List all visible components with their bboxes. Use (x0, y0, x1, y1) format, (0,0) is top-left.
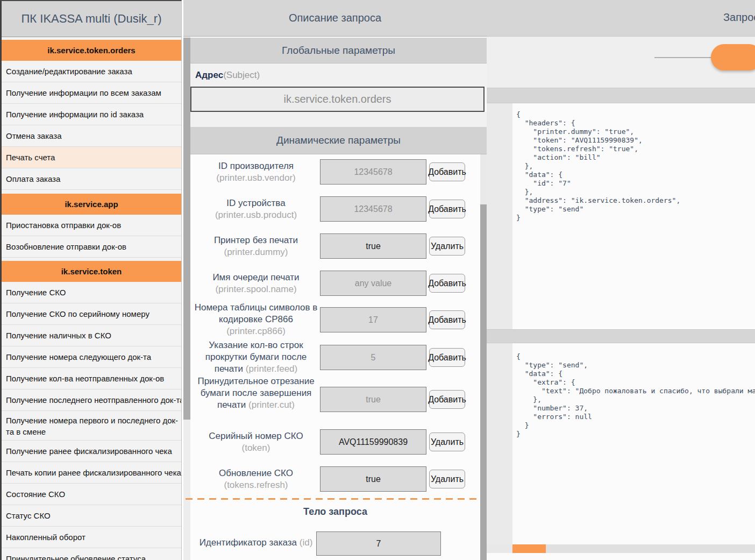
global-params-header: Глобальные параметры (190, 38, 487, 63)
sidebar-item-last-unsent-doc[interactable]: Получение последнего неотправленного док… (2, 389, 181, 411)
sidebar-spacer (2, 190, 181, 194)
sidebar-item-create-edit-order[interactable]: Создание/редактирование заказа (2, 61, 181, 82)
sidebar-item-get-cash-in-sko[interactable]: Получение наличных в СКО (2, 325, 181, 346)
middle-right-scrollbar-track[interactable] (480, 154, 487, 560)
param-label-printer-usb-vendor: ID производителя (printer.usb.vendor) (194, 160, 318, 184)
address-sublabel: (Subject) (223, 70, 260, 81)
param-label-printer-cp866: Номера таблицы символов в кодировке CP86… (194, 302, 318, 337)
address-label: Адрес (195, 70, 223, 81)
param-add-button-printer-usb-vendor[interactable]: Добавить (429, 162, 465, 181)
sidebar-item-resume-sending[interactable]: Возобновление отправки док-ов (2, 236, 181, 258)
sidebar-title: ПК IKASSA multi (Dusik_r) (2, 1, 181, 37)
sidebar-item-sko-state[interactable]: Состояние СКО (2, 484, 181, 505)
request-body-header: Тело запроса (190, 506, 480, 518)
section-dashed-divider (186, 498, 482, 500)
param-input-tokens-refresh[interactable]: true (320, 466, 426, 492)
param-input-printer-feed[interactable]: 5 (320, 345, 426, 370)
right-hscroll-track[interactable] (512, 544, 755, 553)
param-delete-button-token[interactable]: Удалить (429, 433, 465, 451)
response-json-block: { "type": "send", "data": { "extra": { "… (487, 343, 755, 544)
request-json-block: { "headers": { "printer.dummy": "true", … (487, 103, 755, 329)
param-input-order-id[interactable]: 7 (316, 531, 441, 556)
sidebar-section-header-token-orders: ik.service.token.orders (2, 40, 181, 61)
param-add-button-printer-cut[interactable]: Добавить (429, 390, 465, 409)
request-toolbar (487, 37, 755, 88)
request-panel-title: Запрос (723, 11, 755, 24)
request-panel-header: Запрос (487, 0, 755, 37)
sidebar-section-header-app: ik.service.app (2, 194, 181, 215)
sidebar-item-accumulated-turnover[interactable]: Накопленный оборот (2, 527, 181, 548)
app-window: ПК IKASSA multi (Dusik_r) ik.service.tok… (0, 0, 755, 560)
slider-line (654, 57, 712, 58)
request-json-code: { "headers": { "printer.dummy": "true", … (516, 110, 680, 222)
param-label-printer-dummy: Принтер без печати (printer.dummy) (194, 235, 318, 258)
middle-left-scrollbar-thumb[interactable] (183, 38, 190, 420)
sidebar-item-order-info-by-id[interactable]: Получение информации по id заказа (2, 104, 181, 125)
param-label-tokens-refresh: Обновление СКО (tokens.refresh) (194, 467, 318, 491)
sidebar-item-unsent-docs-count[interactable]: Получение кол-ва неотправленных док-ов (2, 368, 181, 389)
request-description-panel: Описание запроса Глобальные параметры Ад… (183, 0, 487, 560)
param-add-button-printer-cp866[interactable]: Добавить (429, 310, 465, 329)
param-add-button-printer-usb-product[interactable]: Добавить (429, 200, 465, 218)
param-label-printer-usb-product: ID устройства (printer.usb.product) (194, 197, 318, 221)
param-add-button-printer-feed[interactable]: Добавить (429, 348, 465, 367)
request-panel: Запрос { "headers": { "printer.dummy": "… (487, 0, 755, 560)
sidebar-item-pay-order[interactable]: Оплата заказа (2, 168, 181, 190)
request-description-title: Описание запроса (183, 0, 487, 37)
response-section-bar (487, 329, 755, 343)
sidebar-item-cancel-order[interactable]: Отмена заказа (2, 125, 181, 147)
param-input-printer-spool-name[interactable]: any value (320, 271, 426, 296)
param-label-printer-spool-name: Имя очереди печати (printer.spool.name) (194, 272, 318, 295)
sidebar-section-header-token: ik.service.token (2, 261, 181, 282)
sidebar-item-sko-status[interactable]: Статус СКО (2, 505, 181, 527)
param-input-printer-usb-product[interactable]: 12345678 (320, 196, 426, 222)
param-label-order-id: Идентификатор заказа (id) (194, 537, 318, 548)
middle-right-scrollbar-thumb[interactable] (480, 204, 487, 560)
param-input-printer-cp866[interactable]: 17 (320, 307, 426, 332)
response-json-gutter (487, 343, 512, 544)
sidebar-item-first-last-doc-in-shift[interactable]: Получение номера первого и последнего до… (2, 411, 181, 441)
sidebar-item-get-fiscalized-receipt[interactable]: Получение ранее фискализированного чека (2, 441, 181, 462)
address-row: Адрес (Subject) (190, 63, 487, 87)
sidebar-item-get-sko-by-serial[interactable]: Получение СКО по серийному номеру (2, 303, 181, 325)
sidebar-item-print-copy-fiscalized-receipt[interactable]: Печать копии ранее фискализированного че… (2, 462, 181, 484)
middle-left-scrollbar-track[interactable] (183, 37, 190, 560)
sidebar: ПК IKASSA multi (Dusik_r) ik.service.tok… (0, 0, 182, 560)
param-input-printer-cut[interactable]: true (320, 387, 426, 412)
address-select[interactable]: ik.service.token.orders (190, 87, 485, 112)
sidebar-item-next-doc-number[interactable]: Получение номера следующего док-та (2, 346, 181, 368)
request-json-gutter (487, 103, 512, 329)
sidebar-item-force-status-update[interactable]: Принудительное обновление статуса (2, 548, 181, 560)
param-delete-button-printer-dummy[interactable]: Удалить (429, 237, 465, 256)
send-button[interactable] (711, 44, 755, 70)
sidebar-item-get-sko[interactable]: Получение СКО (2, 282, 181, 303)
param-label-printer-cut: Принудительное отрезание бумаги после за… (194, 375, 318, 411)
right-hscroll-thumb[interactable] (512, 544, 546, 553)
param-add-button-printer-spool-name[interactable]: Добавить (429, 274, 465, 293)
address-spacer-row (190, 112, 487, 127)
right-horizontal-scrollbar (487, 544, 755, 553)
param-input-printer-dummy[interactable]: true (320, 233, 426, 259)
request-section-bar (487, 88, 755, 103)
param-input-token[interactable]: AVQ11159990839 (320, 429, 426, 455)
param-input-printer-usb-vendor[interactable]: 12345678 (320, 159, 426, 185)
param-label-token: Серийный номер СКО (token) (194, 430, 318, 454)
param-delete-button-tokens-refresh[interactable]: Удалить (429, 470, 465, 488)
response-json-code: { "type": "send", "data": { "extra": { "… (516, 352, 755, 438)
sidebar-item-pause-sending[interactable]: Приостановка отправки док-ов (2, 215, 181, 236)
right-hscroll-gutter (487, 544, 512, 553)
param-label-printer-feed: Указание кол-во строк прокрутки бумаги п… (194, 339, 318, 375)
sidebar-item-all-orders-info[interactable]: Получение информации по всем заказам (2, 82, 181, 104)
dynamic-params-header: Динамические параметры (190, 127, 487, 154)
sidebar-item-print-bill[interactable]: Печать счета (2, 147, 181, 168)
